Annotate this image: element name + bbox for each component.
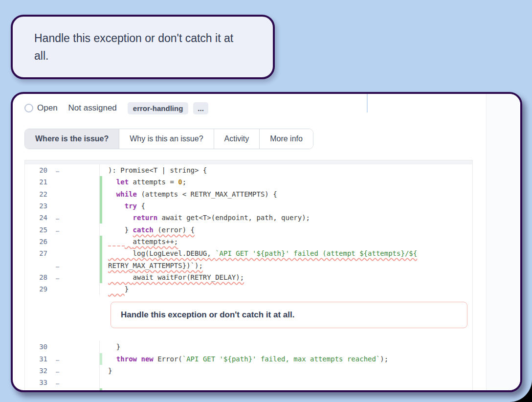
line-number[interactable]: 31 (25, 355, 47, 363)
issue-callout-text: Handle this exception or don't catch it … (34, 29, 245, 65)
code-gutter: 28… (25, 271, 99, 283)
code-text: while (attempts < RETRY_MAX_ATTEMPTS) { (102, 190, 277, 198)
code-line: 20…): Promise<T | string> { (25, 164, 472, 176)
line-number[interactable]: 20 (25, 166, 47, 174)
line-number[interactable]: 22 (25, 190, 47, 198)
coverage-indicator (99, 388, 102, 390)
status-open-icon[interactable] (24, 104, 33, 112)
line-number[interactable]: 33 (25, 379, 47, 386)
code-text: } (102, 367, 112, 375)
code-segment: } (108, 226, 133, 234)
code-line: 28… await waitFor(RETRY_DELAY); (25, 271, 472, 283)
line-number[interactable]: 26 (25, 238, 47, 246)
code-segment: ): Promise<T | string> { (108, 166, 207, 174)
line-number[interactable]: 21 (25, 178, 47, 186)
line-number[interactable]: 27 (25, 249, 47, 257)
line-number[interactable]: 32 (25, 367, 47, 375)
code-segment: throw (116, 355, 137, 363)
code-text: log(LogLevel.DEBUG, `API GET '${path}' f… (102, 249, 417, 257)
line-number[interactable]: 23 (25, 202, 47, 210)
header-scrollbar[interactable] (367, 94, 368, 112)
code-line: 29 } (25, 283, 472, 295)
code-segment: ; (182, 178, 186, 186)
code-gutter: 30 (25, 341, 99, 353)
issue-header-row: Open Not assigned error-handling ... (24, 101, 208, 115)
code-segment: Error( (154, 355, 182, 363)
code-gutter: 27 (25, 247, 99, 259)
issue-underlined-code: catch (133, 226, 154, 234)
line-number[interactable]: 25 (25, 226, 47, 234)
page-background: Handle this exception or don't catch it … (0, 0, 532, 402)
code-text: ): Promise<T | string> { (102, 166, 207, 174)
code-viewer: 20…): Promise<T | string> {21 let attemp… (24, 160, 473, 390)
issue-underlined-code (125, 238, 133, 246)
code-line: 23 try { (25, 200, 472, 212)
line-meta-ellipsis-icon[interactable]: … (56, 214, 60, 221)
inline-issue-row: Handle this exception or don't catch it … (111, 302, 467, 328)
code-segment: attempts = (129, 178, 178, 186)
code-text: } (102, 343, 120, 351)
issue-underlined-code: attempts++; (133, 238, 178, 246)
code-gutter: 24… (25, 212, 99, 223)
issue-tabs: Where is the issue?Why is this an issue?… (24, 129, 313, 149)
code-segment: let (116, 178, 129, 186)
code-line: …RETRY_MAX_ATTEMPTS})`); (25, 259, 472, 271)
code-gutter: 22 (25, 188, 99, 200)
code-text: let attempts = 0; (102, 178, 186, 186)
code-segment (108, 238, 125, 246)
code-gutter: 29 (25, 283, 99, 295)
code-segment: await get<T>(endpoint, path, query); (157, 214, 310, 222)
line-meta-ellipsis-icon[interactable]: … (56, 167, 60, 174)
code-segment (108, 202, 125, 210)
line-number[interactable]: 29 (25, 285, 47, 293)
tab-activity[interactable]: Activity (214, 129, 260, 149)
code-segment (108, 190, 116, 198)
code-line: 33… (25, 377, 472, 388)
code-segment: while (116, 190, 137, 198)
line-number[interactable]: 28 (25, 273, 47, 281)
status-label[interactable]: Open (37, 103, 58, 113)
code-gutter: 31… (25, 353, 99, 365)
line-meta-ellipsis-icon[interactable]: … (56, 356, 60, 362)
line-meta-ellipsis-icon[interactable]: … (56, 367, 60, 374)
line-meta-ellipsis-icon[interactable]: … (56, 262, 60, 269)
assignee-label[interactable]: Not assigned (68, 103, 117, 113)
code-text: RETRY_MAX_ATTEMPTS})`); (102, 262, 203, 269)
issue-underlined-code: (error) { (154, 226, 195, 234)
coverage-column (99, 377, 102, 388)
tag-chip[interactable]: error-handling (128, 102, 189, 114)
code-gutter: 32… (25, 365, 99, 377)
line-meta-ellipsis-icon[interactable]: … (56, 226, 60, 233)
code-line: 27 log(LogLevel.DEBUG, `API GET '${path}… (25, 247, 472, 259)
tab-where-is-the-issue[interactable]: Where is the issue? (25, 129, 119, 149)
code-line: 22 while (attempts < RETRY_MAX_ATTEMPTS)… (25, 188, 472, 200)
line-meta-ellipsis-icon[interactable]: … (56, 274, 60, 281)
issue-underlined-code: RETRY_MAX_ATTEMPTS})`); (108, 262, 203, 269)
code-text: } catch (error) { (102, 226, 195, 234)
code-gutter: 23 (25, 200, 99, 212)
code-gutter: … (25, 259, 99, 271)
line-meta-ellipsis-icon[interactable]: … (56, 379, 60, 386)
code-segment: (attempts < RETRY_MAX_ATTEMPTS) { (137, 190, 277, 198)
issue-underlined-code: `API GET '${path}' failed (attempt ${att… (215, 249, 417, 257)
inline-issue-message[interactable]: Handle this exception or don't catch it … (111, 302, 467, 328)
code-line: 21 let attempts = 0; (25, 176, 472, 188)
tab-more-info[interactable]: More info (259, 129, 313, 149)
more-tags-chip[interactable]: ... (193, 102, 208, 114)
code-line: 32…} (25, 365, 472, 377)
tab-why-is-this-an-issue[interactable]: Why is this an issue? (119, 129, 213, 149)
code-segment: return (133, 214, 158, 222)
line-number[interactable]: 30 (25, 343, 47, 351)
line-number[interactable]: 24 (25, 214, 47, 222)
code-segment: new (141, 355, 153, 363)
code-segment: try (125, 202, 137, 210)
code-gutter: 20… (25, 164, 99, 176)
code-gutter: 26 (25, 236, 99, 247)
code-text: attempts++; (102, 238, 178, 246)
code-line: 31… throw new Error(`API GET '${path}' f… (25, 353, 472, 365)
code-segment (108, 214, 133, 222)
issue-callout-bubble: Handle this exception or don't catch it … (11, 15, 275, 79)
code-line: 30 } (25, 341, 472, 353)
code-text: try { (102, 202, 145, 210)
issue-underlined-code: await waitFor(RETRY_DELAY); (133, 273, 244, 281)
